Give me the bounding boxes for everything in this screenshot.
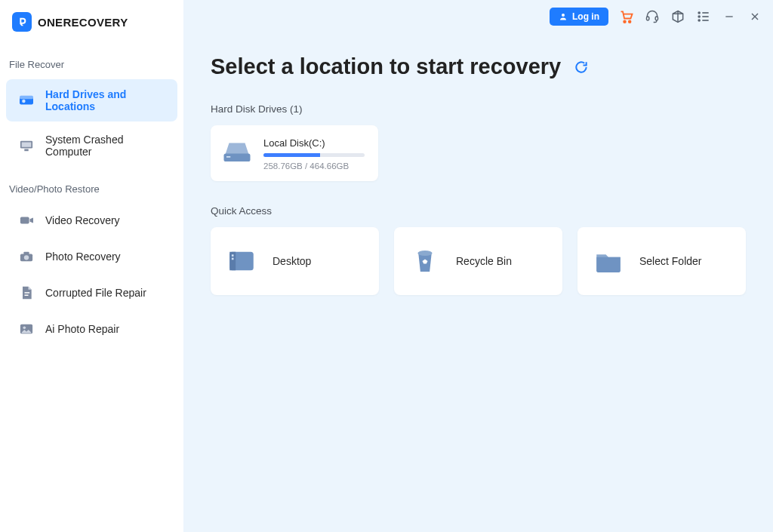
svg-rect-29	[226, 156, 230, 158]
sidebar-item-video-recovery[interactable]: Video Recovery	[6, 204, 177, 237]
titlebar: Log in	[550, 8, 762, 26]
svg-point-20	[698, 16, 700, 17]
login-label: Log in	[572, 11, 599, 22]
app-logo: ONERECOVERY	[0, 8, 183, 45]
refresh-icon[interactable]	[573, 59, 590, 75]
svg-point-13	[23, 326, 26, 329]
quick-card-select-folder[interactable]: Select Folder	[577, 227, 746, 295]
svg-point-19	[698, 12, 700, 14]
svg-rect-5	[24, 149, 28, 152]
sidebar-item-label: Ai Photo Repair	[45, 323, 119, 335]
svg-point-34	[417, 251, 432, 256]
drive-usage-text: 258.76GB / 464.66GB	[263, 161, 365, 171]
monitor-icon	[18, 138, 35, 153]
image-icon	[18, 321, 35, 337]
list-icon[interactable]	[696, 9, 711, 24]
recycle-bin-icon	[409, 245, 441, 277]
svg-rect-17	[647, 17, 649, 20]
support-icon[interactable]	[645, 9, 660, 24]
quick-card-desktop[interactable]: Desktop	[211, 227, 379, 295]
svg-point-21	[698, 20, 700, 21]
svg-point-16	[629, 20, 631, 23]
sidebar-item-label: Video Recovery	[45, 214, 120, 226]
sidebar-item-label: Corrupted File Repair	[45, 287, 146, 299]
svg-point-2	[22, 100, 26, 103]
box-icon[interactable]	[670, 9, 685, 24]
sidebar-item-system-crashed[interactable]: System Crashed Computer	[6, 125, 177, 167]
svg-rect-32	[232, 254, 234, 257]
page-title: Select a location to start recovery	[211, 54, 561, 79]
sidebar-item-label: Photo Recovery	[45, 251, 121, 263]
sidebar: ONERECOVERY File Recover Hard Drives and…	[0, 0, 183, 532]
drive-usage-bar	[263, 153, 365, 157]
drive-card-local-disk-c[interactable]: Local Disk(C:) 258.76GB / 464.66GB	[211, 125, 378, 181]
file-icon	[18, 285, 35, 300]
svg-point-15	[624, 20, 626, 23]
camera-icon	[18, 249, 35, 264]
svg-rect-10	[25, 292, 30, 294]
sidebar-item-hard-drives[interactable]: Hard Drives and Locations	[6, 79, 177, 121]
logo-icon	[12, 12, 32, 32]
folder-icon	[593, 245, 624, 277]
app-name: ONERECOVERY	[38, 16, 128, 29]
quick-label: Desktop	[273, 255, 311, 267]
svg-rect-6	[20, 217, 29, 224]
sidebar-item-corrupted-file-repair[interactable]: Corrupted File Repair	[6, 276, 177, 309]
login-button[interactable]: Log in	[550, 8, 608, 26]
svg-rect-8	[23, 252, 29, 255]
svg-rect-18	[655, 17, 658, 20]
sidebar-item-photo-recovery[interactable]: Photo Recovery	[6, 240, 177, 273]
sidebar-item-ai-photo-repair[interactable]: Ai Photo Repair	[6, 312, 177, 346]
main-content: Log in Select a location to start reco	[183, 0, 773, 532]
disk-icon	[221, 137, 253, 165]
drive-usage-fill	[263, 153, 320, 157]
desktop-folder-icon	[226, 245, 257, 277]
sidebar-item-label: System Crashed Computer	[45, 134, 165, 158]
quick-label: Select Folder	[639, 255, 701, 267]
svg-rect-4	[22, 143, 32, 147]
close-icon[interactable]	[747, 9, 762, 24]
video-icon	[18, 213, 35, 228]
drives-section-label: Hard Disk Drives (1)	[211, 103, 746, 115]
quick-card-recycle-bin[interactable]: Recycle Bin	[394, 227, 562, 295]
svg-rect-11	[25, 295, 29, 297]
cart-icon[interactable]	[619, 9, 634, 24]
quick-access-label: Quick Access	[211, 205, 746, 217]
svg-rect-1	[20, 96, 33, 100]
minimize-icon[interactable]	[722, 9, 737, 24]
svg-rect-33	[232, 258, 234, 260]
sidebar-section-label: File Recover	[0, 45, 183, 76]
svg-point-14	[562, 14, 565, 17]
sidebar-item-label: Hard Drives and Locations	[45, 88, 165, 112]
quick-label: Recycle Bin	[456, 255, 512, 267]
svg-point-9	[24, 255, 29, 260]
hard-drive-icon	[18, 93, 35, 108]
drive-name: Local Disk(C:)	[263, 137, 365, 149]
sidebar-section-label: Video/Photo Restore	[0, 170, 183, 201]
